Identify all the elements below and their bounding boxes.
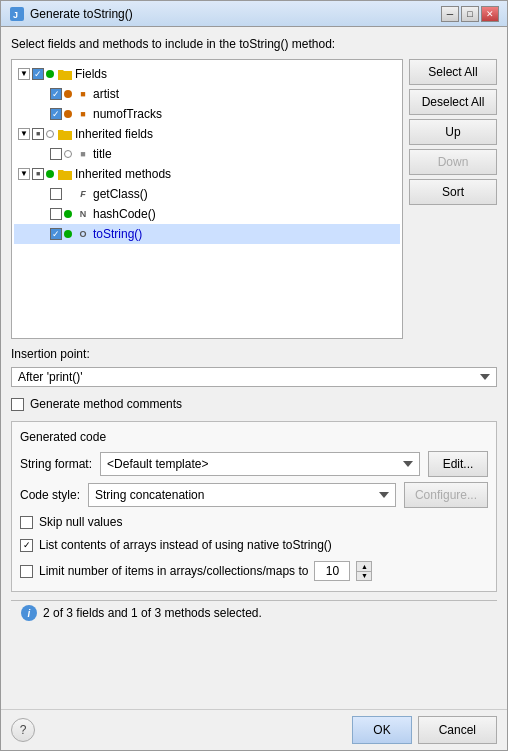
tree-item-tostring[interactable]: O toString() [14, 224, 400, 244]
status-text: 2 of 3 fields and 1 of 3 methods selecte… [43, 606, 262, 620]
checkbox-getclass[interactable] [50, 188, 62, 200]
main-content: Select fields and methods to include in … [1, 27, 507, 709]
checkbox-tostring[interactable] [50, 228, 62, 240]
maximize-button[interactable]: □ [461, 6, 479, 22]
label-title: title [93, 145, 112, 163]
limit-items-spinner[interactable]: ▲ ▼ [356, 561, 372, 581]
skip-null-label: Skip null values [39, 515, 122, 529]
dot-numoftracks [64, 110, 72, 118]
spinner-down-button[interactable]: ▼ [357, 572, 371, 581]
tree-item-numoftracks[interactable]: ■ numofTracks [14, 104, 400, 124]
limit-items-row[interactable]: Limit number of items in arrays/collecti… [20, 559, 488, 583]
insertion-point-dropdown[interactable]: After 'print()' [11, 367, 497, 387]
tree-item-hashcode[interactable]: N hashCode() [14, 204, 400, 224]
checkbox-inherited-methods[interactable] [32, 168, 44, 180]
method-icon-getclass: F [76, 187, 90, 201]
label-hashcode: hashCode() [93, 205, 156, 223]
list-contents-row[interactable]: List contents of arrays instead of using… [20, 536, 488, 554]
method-icon-tostring: O [76, 227, 90, 241]
label-fields: Fields [75, 65, 107, 83]
tree-panel: ▼ Fields ■ artist [11, 59, 497, 339]
checkbox-title[interactable] [50, 148, 62, 160]
dot-hashcode [64, 210, 72, 218]
tree-item-artist[interactable]: ■ artist [14, 84, 400, 104]
skip-null-row[interactable]: Skip null values [20, 513, 488, 531]
description-text: Select fields and methods to include in … [11, 37, 497, 51]
expand-inherited-fields[interactable]: ▼ [18, 128, 30, 140]
configure-button[interactable]: Configure... [404, 482, 488, 508]
code-style-label: Code style: [20, 488, 80, 502]
string-format-dropdown[interactable]: <Default template> [100, 452, 420, 476]
generate-comments-checkbox[interactable] [11, 398, 24, 411]
generate-comments-row[interactable]: Generate method comments [11, 395, 497, 413]
expand-inherited-methods[interactable]: ▼ [18, 168, 30, 180]
help-button[interactable]: ? [11, 718, 35, 742]
insertion-point-section: Insertion point: After 'print()' [11, 347, 497, 387]
code-style-row: Code style: String concatenation Configu… [20, 482, 488, 508]
label-tostring: toString() [93, 225, 142, 243]
label-inherited-fields: Inherited fields [75, 125, 153, 143]
limit-items-checkbox[interactable] [20, 565, 33, 578]
minimize-button[interactable]: ─ [441, 6, 459, 22]
dot-title [64, 150, 72, 158]
label-inherited-methods: Inherited methods [75, 165, 171, 183]
tree-item-inherited-fields[interactable]: ▼ Inherited fields [14, 124, 400, 144]
field-icon-numoftracks: ■ [76, 107, 90, 121]
up-button[interactable]: Up [409, 119, 497, 145]
dot-fields [46, 70, 54, 78]
dot-tostring [64, 230, 72, 238]
close-button[interactable]: ✕ [481, 6, 499, 22]
checkbox-artist[interactable] [50, 88, 62, 100]
generated-code-title: Generated code [20, 430, 488, 444]
edit-button[interactable]: Edit... [428, 451, 488, 477]
field-icon-title: ■ [76, 147, 90, 161]
deselect-all-button[interactable]: Deselect All [409, 89, 497, 115]
dot-artist [64, 90, 72, 98]
generate-comments-label: Generate method comments [30, 397, 182, 411]
title-bar-buttons: ─ □ ✕ [441, 6, 499, 22]
list-contents-checkbox[interactable] [20, 539, 33, 552]
label-artist: artist [93, 85, 119, 103]
folder-icon-inherited-methods [58, 167, 72, 181]
method-icon-hashcode: N [76, 207, 90, 221]
limit-items-input[interactable] [314, 561, 350, 581]
tree-buttons: Select All Deselect All Up Down Sort [409, 59, 497, 339]
folder-icon-inherited-fields [58, 127, 72, 141]
sort-button[interactable]: Sort [409, 179, 497, 205]
list-contents-label: List contents of arrays instead of using… [39, 538, 332, 552]
tree-container[interactable]: ▼ Fields ■ artist [11, 59, 403, 339]
skip-null-checkbox[interactable] [20, 516, 33, 529]
tree-item-inherited-methods[interactable]: ▼ Inherited methods [14, 164, 400, 184]
info-icon: i [21, 605, 37, 621]
tree-item-getclass[interactable]: F getClass() [14, 184, 400, 204]
checkbox-inherited-fields[interactable] [32, 128, 44, 140]
string-format-label: String format: [20, 457, 92, 471]
select-all-button[interactable]: Select All [409, 59, 497, 85]
expand-fields[interactable]: ▼ [18, 68, 30, 80]
limit-items-label: Limit number of items in arrays/collecti… [39, 564, 308, 578]
window-title: Generate toString() [30, 7, 133, 21]
checkbox-numoftracks[interactable] [50, 108, 62, 120]
code-style-dropdown[interactable]: String concatenation [88, 483, 396, 507]
spinner-up-button[interactable]: ▲ [357, 562, 371, 572]
footer-buttons: OK Cancel [352, 716, 497, 744]
checkbox-hashcode[interactable] [50, 208, 62, 220]
cancel-button[interactable]: Cancel [418, 716, 497, 744]
insertion-point-label: Insertion point: [11, 347, 497, 361]
window-icon: J [9, 6, 25, 22]
tree-item-fields[interactable]: ▼ Fields [14, 64, 400, 84]
field-icon-artist: ■ [76, 87, 90, 101]
status-bar: i 2 of 3 fields and 1 of 3 methods selec… [11, 600, 497, 625]
dot-getclass [64, 190, 72, 198]
folder-icon-fields [58, 67, 72, 81]
checkbox-fields[interactable] [32, 68, 44, 80]
window: J Generate toString() ─ □ ✕ Select field… [0, 0, 508, 751]
dot-inherited-methods [46, 170, 54, 178]
label-getclass: getClass() [93, 185, 148, 203]
svg-text:J: J [13, 10, 18, 20]
ok-button[interactable]: OK [352, 716, 411, 744]
down-button[interactable]: Down [409, 149, 497, 175]
tree-item-title[interactable]: ■ title [14, 144, 400, 164]
footer: ? OK Cancel [1, 709, 507, 750]
title-bar: J Generate toString() ─ □ ✕ [1, 1, 507, 27]
